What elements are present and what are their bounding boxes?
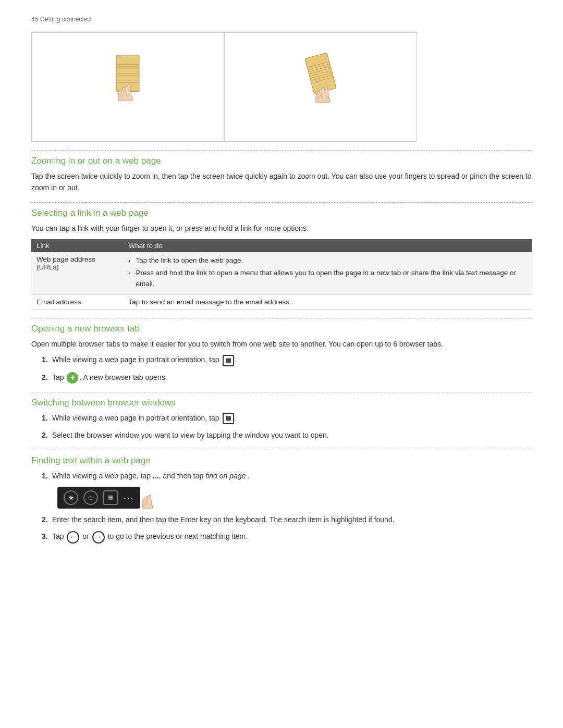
zoom-gesture-left-svg bbox=[91, 51, 164, 124]
zoom-image-left bbox=[31, 32, 224, 142]
right-arrow-icon: → bbox=[92, 531, 105, 544]
bullet-item: Tap the link to open the web page. bbox=[128, 255, 527, 266]
divider-zooming bbox=[31, 150, 532, 151]
switch-step-num-2: 2. bbox=[42, 429, 48, 441]
table-row: Web page address (URLs) Tap the link to … bbox=[31, 252, 532, 294]
find-step-num-3: 3. bbox=[42, 530, 48, 542]
divider-switching bbox=[31, 392, 532, 392]
switch-step-2: 2. Select the browser window you want to… bbox=[42, 429, 532, 441]
toolbar-illustration: ★ ☆ ▦ ⋯ bbox=[57, 487, 532, 509]
pointing-hand-svg bbox=[132, 485, 158, 511]
zoom-image-right bbox=[224, 32, 417, 142]
table-header-what: What to do bbox=[123, 239, 532, 252]
finding-title: Finding text within a web page bbox=[31, 455, 532, 466]
switch-step-1: 1. While viewing a web page in portrait … bbox=[42, 412, 532, 424]
table-cell-link-2: Email address bbox=[31, 294, 123, 309]
finding-steps: 1. While viewing a web page, tap ..., an… bbox=[42, 470, 532, 544]
switching-title: Switching between browser windows bbox=[31, 398, 532, 408]
page-label: 45 Getting connected bbox=[31, 16, 532, 23]
divider-finding bbox=[31, 450, 532, 450]
zooming-title: Zooming in or out on a web page bbox=[31, 156, 532, 166]
find-step-2: 2. Enter the search item, and then tap t… bbox=[42, 514, 532, 525]
tab-icon-toolbar: ▦ bbox=[103, 490, 118, 505]
zooming-body: Tap the screen twice quickly to zoom in,… bbox=[31, 170, 532, 194]
ellipsis-text: ... bbox=[153, 472, 159, 480]
star-icon: ☆ bbox=[83, 490, 98, 505]
divider-opening bbox=[31, 318, 532, 318]
images-row bbox=[31, 32, 532, 142]
table-row: Email address Tap to send an email messa… bbox=[31, 294, 532, 309]
table-cell-what-2: Tap to send an email message to the emai… bbox=[123, 294, 532, 309]
opening-title: Opening a new browser tab bbox=[31, 324, 532, 334]
switching-steps: 1. While viewing a web page in portrait … bbox=[42, 412, 532, 441]
bookmark-icon: ★ bbox=[64, 490, 78, 505]
step-2: 2. Tap +. A new browser tab opens. bbox=[42, 372, 532, 384]
table-cell-link-1: Web page address (URLs) bbox=[31, 252, 123, 294]
tabs-icon-2: ▦ bbox=[223, 413, 234, 424]
step-num-2: 2. bbox=[42, 372, 48, 383]
plus-icon: + bbox=[67, 372, 78, 384]
find-step-3: 3. Tap ← or → to go to the previous or n… bbox=[42, 530, 532, 543]
find-step-num-1: 1. bbox=[42, 470, 48, 482]
table-cell-what-1: Tap the link to open the web page. Press… bbox=[123, 252, 532, 294]
find-step-1: 1. While viewing a web page, tap ..., an… bbox=[42, 470, 532, 509]
opening-steps: 1. While viewing a web page in portrait … bbox=[42, 354, 532, 384]
table-header-link: Link bbox=[31, 239, 123, 252]
zoom-gesture-right-svg bbox=[284, 51, 357, 124]
find-on-page-label: find on page bbox=[205, 472, 246, 480]
bullet-item: Press and hold the link to open a menu t… bbox=[128, 268, 527, 289]
tabs-icon-1: ▦ bbox=[223, 355, 234, 366]
step-1: 1. While viewing a web page in portrait … bbox=[42, 354, 532, 366]
left-arrow-icon: ← bbox=[67, 531, 79, 544]
link-table: Link What to do Web page address (URLs) … bbox=[31, 239, 532, 310]
divider-selecting bbox=[31, 202, 532, 203]
step-num-1: 1. bbox=[42, 354, 48, 365]
selecting-intro: You can tap a link with your finger to o… bbox=[31, 223, 532, 234]
selecting-title: Selecting a link in a web page bbox=[31, 208, 532, 218]
opening-body: Open multiple browser tabs to make it ea… bbox=[31, 338, 532, 350]
find-step-num-2: 2. bbox=[42, 514, 48, 525]
switch-step-num-1: 1. bbox=[42, 412, 48, 424]
